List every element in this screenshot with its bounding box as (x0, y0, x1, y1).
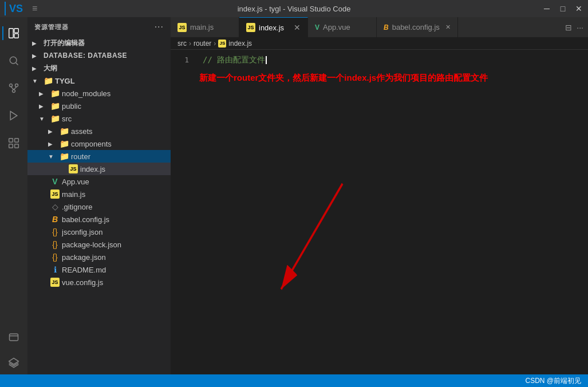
layers-icon[interactable] (2, 352, 25, 374)
svg-marker-10 (10, 112, 17, 120)
extensions-icon[interactable] (2, 132, 25, 155)
sidebar-item-database[interactable]: ▶ DATABASE: DATABASE (27, 49, 171, 62)
node-modules-label: node_modules (62, 89, 166, 98)
tab-index-js[interactable]: JS index.js ✕ (239, 17, 308, 37)
sidebar-item-readme[interactable]: ▶ ℹ README.md (27, 263, 171, 276)
folder-icon: 📁 (44, 76, 53, 85)
svg-point-3 (10, 57, 17, 64)
source-control-icon[interactable] (2, 77, 25, 100)
js-file-icon: JS (50, 189, 60, 199)
tab-close-button[interactable]: ✕ (294, 23, 301, 32)
file-spacer: ▶ (39, 191, 48, 198)
sidebar-item-router[interactable]: ▼ 📁 router (27, 150, 171, 163)
router-label: router (71, 152, 166, 161)
sidebar-item-package-lock[interactable]: ▶ {} package-lock.json (27, 238, 171, 251)
folder-icon: 📁 (50, 101, 60, 110)
explorer-icon[interactable] (2, 22, 25, 45)
scrollbar[interactable] (580, 50, 588, 374)
svg-point-6 (15, 84, 18, 87)
sidebar-item-index-js[interactable]: ▶ JS index.js (27, 163, 171, 175)
sidebar-item-node-modules[interactable]: ▶ 📁 node_modules (27, 87, 171, 100)
src-label: src (62, 114, 166, 123)
package-json-label: package.json (62, 253, 166, 262)
sidebar-item-public[interactable]: ▶ 📁 public (27, 100, 171, 112)
line-number-1: 1 (171, 54, 189, 65)
tygl-label: TYGL (55, 77, 166, 85)
folder-arrow: ▼ (39, 116, 48, 122)
maximize-button[interactable]: □ (558, 4, 567, 13)
sidebar-item-package-json[interactable]: ▶ {} package.json (27, 251, 171, 263)
tab-main-js-label: main.js (190, 23, 214, 31)
folder-icon: 📁 (60, 139, 69, 148)
title-bar: VS ≡ index.js - tygl - Visual Studio Cod… (0, 0, 588, 17)
index-js-label: index.js (80, 165, 166, 173)
tab-babel-label: babel.config.js (392, 23, 440, 31)
vue-tab-icon: V (315, 23, 319, 31)
sidebar-item-babel[interactable]: ▶ B babel.config.js (27, 213, 171, 226)
file-spacer: ▶ (39, 242, 48, 248)
json-file-icon: {} (50, 240, 60, 249)
folder-arrow: ▼ (48, 153, 57, 160)
tab-bar-actions: ⊟ ··· (561, 17, 588, 37)
breadcrumb-js-icon: JS (218, 40, 226, 48)
md-file-icon: ℹ (50, 265, 60, 274)
file-spacer: ▶ (39, 216, 48, 223)
tab-babel[interactable]: B babel.config.js ✕ (377, 17, 458, 37)
tab-main-js[interactable]: JS main.js (171, 17, 239, 37)
sidebar-title: 资源管理器 (34, 23, 69, 31)
svg-rect-11 (9, 139, 13, 143)
search-icon[interactable] (2, 49, 25, 72)
js-file-icon: JS (50, 278, 60, 287)
cursor (266, 56, 267, 64)
split-editor-icon[interactable]: ⊟ (565, 23, 572, 32)
code-area[interactable]: // 路由配置文件 (198, 50, 580, 374)
svg-line-8 (11, 87, 14, 90)
jsconfig-label: jsconfig.json (62, 228, 166, 236)
sidebar-item-main-js[interactable]: ▶ JS main.js (27, 188, 171, 200)
menu-icon[interactable]: ≡ (32, 3, 37, 14)
sidebar-item-app-vue[interactable]: ▶ V App.vue (27, 175, 171, 188)
sidebar-item-jsconfig[interactable]: ▶ {} jsconfig.json (27, 226, 171, 238)
sidebar-item-src[interactable]: ▼ 📁 src (27, 112, 171, 125)
git-file-icon: ◇ (50, 202, 60, 211)
more-actions-icon[interactable]: ··· (577, 23, 583, 32)
breadcrumb: src › router › JS index.js (171, 37, 588, 50)
breadcrumb-src[interactable]: src (177, 40, 187, 48)
sidebar: 资源管理器 ··· ▶ 打开的编辑器 ▶ DATABASE: DATABASE … (27, 17, 171, 374)
close-button[interactable]: ✕ (574, 4, 583, 13)
assets-label: assets (71, 127, 166, 136)
sidebar-item-assets[interactable]: ▶ 📁 assets (27, 125, 171, 137)
sidebar-item-components[interactable]: ▶ 📁 components (27, 137, 171, 150)
sidebar-item-open-editors[interactable]: ▶ 打开的编辑器 (27, 37, 171, 49)
svg-rect-2 (14, 34, 18, 38)
sidebar-more-button[interactable]: ··· (155, 22, 164, 32)
status-bar: CSDN @前端初见 (0, 374, 588, 387)
editor-area: JS main.js JS index.js ✕ V App.vue B bab… (171, 17, 588, 374)
open-editors-label: 打开的编辑器 (44, 38, 166, 48)
file-spacer: ▶ (39, 267, 48, 273)
breadcrumb-index-js[interactable]: index.js (228, 40, 252, 48)
readme-label: README.md (62, 266, 166, 274)
sidebar-item-outline[interactable]: ▶ 大纲 (27, 62, 171, 74)
vue-file-icon: V (50, 177, 60, 186)
file-spacer: ▶ (39, 179, 48, 185)
run-icon[interactable] (2, 104, 25, 127)
title-bar-controls: ─ □ ✕ (542, 4, 583, 13)
sidebar-item-tygl[interactable]: ▼ 📁 TYGL (27, 74, 171, 87)
remote-icon[interactable] (2, 326, 25, 349)
svg-point-7 (13, 90, 15, 93)
tab-modified-indicator: ✕ (445, 23, 451, 31)
minimize-button[interactable]: ─ (542, 4, 551, 13)
svg-rect-12 (15, 139, 19, 143)
editor-content: 1 // 路由配置文件 新建一个router文件夹，然后新建一个index.js… (171, 50, 588, 374)
sidebar-item-vue-config[interactable]: ▶ JS vue.config.js (27, 276, 171, 289)
tab-app-vue[interactable]: V App.vue (308, 17, 377, 37)
folder-arrow: ▶ (39, 103, 48, 109)
babel-label: babel.config.js (62, 215, 166, 224)
folder-icon: 📁 (60, 127, 69, 136)
database-label: DATABASE: DATABASE (44, 52, 166, 60)
sidebar-item-gitignore[interactable]: ▶ ◇ .gitignore (27, 200, 171, 213)
svg-rect-1 (14, 29, 18, 33)
breadcrumb-router[interactable]: router (194, 40, 211, 48)
code-line-1: // 路由配置文件 (198, 54, 580, 65)
